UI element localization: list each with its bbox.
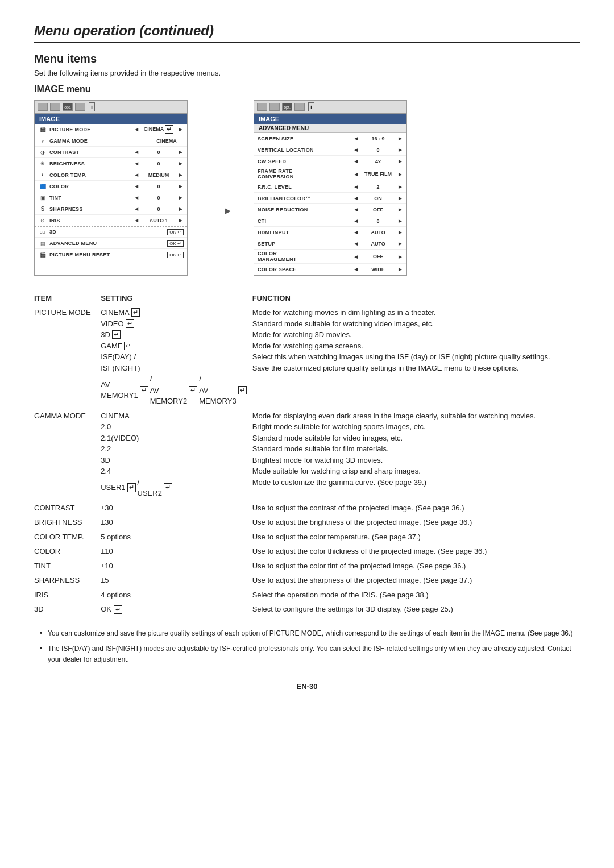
- frc-level-arrow-right: ►: [397, 184, 403, 190]
- cw-speed-arrow-left: ◄: [353, 158, 359, 164]
- enter-user2: ↵: [164, 483, 172, 492]
- hdmi-input-arrow-left: ◄: [353, 229, 359, 235]
- right-menu-box: opt. i IMAGE ADVANCED MENU SCREEN SIZE ◄…: [254, 100, 407, 276]
- 3d-label: 3D: [49, 229, 167, 235]
- function-brightness: Use to adjust the brightness of the proj…: [252, 515, 580, 530]
- setting-color: ±10: [101, 544, 252, 559]
- color-icon: 🟦: [38, 182, 47, 190]
- menu-row-contrast[interactable]: ◑ CONTRAST ◄ 0 ►: [35, 147, 187, 158]
- color-management-value: OFF: [361, 254, 395, 259]
- menu-row-tint[interactable]: ▣ TINT ◄ 0 ►: [35, 192, 187, 203]
- enter-user1: ↵: [127, 483, 136, 492]
- menu-row-screen-size[interactable]: SCREEN SIZE ◄ 16 : 9 ►: [254, 133, 406, 144]
- left-menu-box: opt. i IMAGE 🎬 PICTURE MODE ◄ CINEMA ↵ ►…: [34, 100, 188, 276]
- menu-row-color[interactable]: 🟦 COLOR ◄ 0 ►: [35, 181, 187, 192]
- menu-row-3d[interactable]: 3D 3D OK ↵: [35, 226, 187, 238]
- menu-row-pic-menu-reset[interactable]: 🎬 PICTURE MENU RESET OK ↵: [35, 249, 187, 260]
- enter-avm1: ↵: [140, 386, 148, 394]
- enter-3d: ↵: [112, 330, 121, 339]
- iris-arrow-left: ◄: [134, 217, 139, 223]
- setting-sharpness: ±5: [101, 573, 252, 588]
- frc-level-value: 2: [361, 184, 395, 190]
- menu-row-setup[interactable]: SETUP ◄ AUTO ►: [254, 238, 406, 250]
- gamma-mode-icon: γ: [38, 137, 47, 145]
- table-row-picture-mode: PICTURE MODE CINEMA ↵ VIDEO ↵ 3D ↵ GAME …: [34, 305, 580, 409]
- color-space-value: WIDE: [361, 267, 395, 272]
- screen-size-value: 16 : 9: [361, 136, 395, 142]
- gamma-mode-label: GAMMA MODE: [49, 138, 150, 144]
- menu-row-brightness[interactable]: ✳ BRIGHTNESS ◄ 0 ►: [35, 158, 187, 169]
- menu-row-noise-reduction[interactable]: NOISE REDUCTION ◄ OFF ►: [254, 204, 406, 215]
- menu-row-iris[interactable]: ⊙ IRIS ◄ AUTO 1 ►: [35, 215, 187, 226]
- item-brightness: BRIGHTNESS: [34, 515, 101, 530]
- right-toolbar-icon-2: [269, 103, 280, 111]
- table-row-contrast: CONTRAST ±30 Use to adjust the contrast …: [34, 501, 580, 516]
- page-title: Menu operation (continued): [34, 23, 580, 43]
- item-color: COLOR: [34, 544, 101, 559]
- menu-row-hdmi-input[interactable]: HDMI INPUT ◄ AUTO ►: [254, 227, 406, 238]
- cw-speed-value: 4x: [361, 159, 395, 164]
- menu-row-color-space[interactable]: COLOR SPACE ◄ WIDE ►: [254, 264, 406, 275]
- function-picture-mode: Mode for watching movies in dim lighting…: [252, 305, 580, 409]
- hdmi-input-arrow-right: ►: [397, 229, 403, 235]
- note-2: The ISF(DAY) and ISF(NIGHT) modes are ad…: [40, 643, 580, 665]
- menu-row-brilliant-color[interactable]: BrilliantColor™ ◄ ON ►: [254, 193, 406, 204]
- enter-game: ↵: [124, 342, 132, 350]
- section-title: Menu items: [34, 52, 580, 65]
- enter-3d-item: ↵: [114, 605, 122, 614]
- menu-row-frame-rate[interactable]: FRAME RATECONVERSION ◄ TRUE FILM ►: [254, 167, 406, 181]
- picture-mode-label: PICTURE MODE: [49, 127, 134, 132]
- color-space-arrow-left: ◄: [353, 266, 359, 272]
- color-management-arrow-left: ◄: [353, 254, 359, 260]
- right-toolbar-icon-3: opt.: [282, 103, 292, 111]
- contrast-value: 0: [142, 149, 176, 155]
- menu-row-cti[interactable]: CTI ◄ 0 ►: [254, 215, 406, 227]
- setting-game: GAME ↵: [101, 340, 247, 352]
- table-row-brightness: BRIGHTNESS ±30 Use to adjust the brightn…: [34, 515, 580, 530]
- menu-row-cw-speed[interactable]: CW SPEED ◄ 4x ►: [254, 156, 406, 167]
- brilliant-color-label: BrilliantColor™: [258, 196, 353, 201]
- col-item: ITEM: [34, 292, 101, 305]
- menu-row-color-temp[interactable]: 🌡 COLOR TEMP. ◄ MEDIUM ►: [35, 169, 187, 181]
- frc-level-arrow-left: ◄: [353, 184, 359, 190]
- menu-row-frc-level[interactable]: F.R.C. LEVEL ◄ 2 ►: [254, 181, 406, 193]
- pic-reset-icon: 🎬: [38, 251, 47, 259]
- adv-menu-label: ADVANCED MENU: [49, 240, 167, 246]
- subsection-title: IMAGE menu: [34, 84, 580, 94]
- colortemp-arrow-right: ►: [178, 172, 184, 178]
- menu-row-sharpness[interactable]: S SHARPNESS ◄ 0 ►: [35, 203, 187, 215]
- function-gamma-mode: Mode for displaying even dark areas in t…: [252, 409, 580, 501]
- enter-avm3: ↵: [238, 386, 247, 394]
- setting-isf: ISF(DAY) /ISF(NIGHT): [101, 351, 247, 373]
- enter-video: ↵: [126, 319, 134, 328]
- setup-arrow-left: ◄: [353, 240, 359, 247]
- setting-tint: ±10: [101, 559, 252, 574]
- left-menu-header: IMAGE: [35, 114, 187, 124]
- toolbar-info-left: i: [89, 102, 95, 111]
- menu-row-vertical-location[interactable]: VERTICAL LOCATION ◄ 0 ►: [254, 144, 406, 156]
- tint-arrow-right: ►: [178, 194, 184, 201]
- cti-label: CTI: [258, 218, 353, 224]
- setup-value: AUTO: [361, 241, 395, 247]
- menu-row-color-management[interactable]: COLORMANAGEMENT ◄ OFF ►: [254, 250, 406, 264]
- hdmi-input-value: AUTO: [361, 230, 395, 235]
- setting-gamma-mode: CINEMA 2.0 2.1(VIDEO) 2.2 3D 2.4 USER1 ↵…: [101, 409, 252, 501]
- adv-menu-icon: ▤: [38, 239, 47, 247]
- tint-arrow-left: ◄: [134, 194, 139, 201]
- 3d-ok: OK ↵: [167, 229, 184, 235]
- table-row-gamma-mode: GAMMA MODE CINEMA 2.0 2.1(VIDEO) 2.2 3D …: [34, 409, 580, 501]
- menu-row-gamma-mode[interactable]: γ GAMMA MODE CINEMA: [35, 135, 187, 147]
- function-color-temp: Use to adjust the color temperature. (Se…: [252, 530, 580, 545]
- pic-reset-ok: OK ↵: [167, 252, 184, 258]
- function-iris: Select the operation mode of the IRIS. (…: [252, 588, 580, 603]
- color-space-arrow-right: ►: [397, 266, 403, 272]
- pic-reset-label: PICTURE MENU RESET: [49, 252, 167, 258]
- menu-row-advanced-menu[interactable]: ▤ ADVANCED MENU OK ↵: [35, 238, 187, 249]
- item-iris: IRIS: [34, 588, 101, 603]
- col-setting: SETTING: [101, 292, 252, 305]
- menu-row-picture-mode[interactable]: 🎬 PICTURE MODE ◄ CINEMA ↵ ►: [35, 124, 187, 135]
- color-management-label: COLORMANAGEMENT: [258, 251, 353, 262]
- setting-3d-item: OK ↵: [101, 602, 252, 617]
- setup-arrow-right: ►: [397, 240, 403, 247]
- vertical-location-value: 0: [361, 147, 395, 153]
